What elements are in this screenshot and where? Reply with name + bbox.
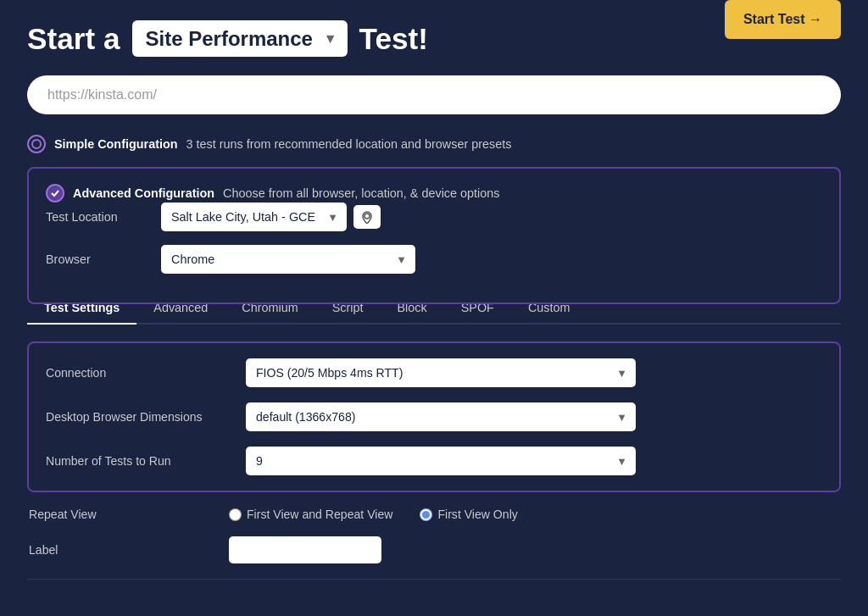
test-location-label: Test Location xyxy=(46,210,147,224)
location-pin-button[interactable] xyxy=(353,205,381,229)
location-controls: Salt Lake City, Utah - GCE New York, USA… xyxy=(161,203,381,231)
repeat-view-radio-2[interactable] xyxy=(420,508,432,521)
test-type-select[interactable]: Site Performance xyxy=(132,20,348,57)
bottom-divider xyxy=(27,579,841,580)
label-input[interactable] xyxy=(229,536,381,563)
test-location-row: Test Location Salt Lake City, Utah - GCE… xyxy=(46,203,822,231)
settings-box: Connection FIOS (20/5 Mbps 4ms RTT) Cabl… xyxy=(27,341,841,492)
connection-select-wrapper: FIOS (20/5 Mbps 4ms RTT) Cable (5/1 Mbps… xyxy=(246,358,636,387)
test-location-wrapper: Salt Lake City, Utah - GCE New York, USA… xyxy=(161,203,347,231)
label-row: Label xyxy=(27,536,841,563)
connection-row: Connection FIOS (20/5 Mbps 4ms RTT) Cabl… xyxy=(46,358,822,387)
advanced-config-desc: Choose from all browser, location, & dev… xyxy=(223,186,499,200)
advanced-config-box: Advanced Configuration Choose from all b… xyxy=(27,167,841,304)
browser-select-wrapper: Chrome Firefox Safari Edge ▼ xyxy=(161,245,415,274)
num-tests-select[interactable]: 123 456 78 910 xyxy=(246,447,636,475)
advanced-config-header: Advanced Configuration Choose from all b… xyxy=(46,184,822,203)
repeat-view-option1-label: First View and Repeat View xyxy=(247,508,392,521)
repeat-view-row: Repeat View First View and Repeat View F… xyxy=(27,508,841,521)
url-input-wrapper xyxy=(27,75,841,114)
browser-label: Browser xyxy=(46,253,147,266)
desktop-dimensions-select[interactable]: default (1366x768) 1920x1080 1280x800 14… xyxy=(246,402,636,431)
test-location-select[interactable]: Salt Lake City, Utah - GCE New York, USA… xyxy=(161,203,347,231)
repeat-view-label: Repeat View xyxy=(29,508,215,521)
desktop-dimensions-row: Desktop Browser Dimensions default (1366… xyxy=(46,402,822,431)
repeat-view-radio-1[interactable] xyxy=(229,508,242,521)
test-text: Test! xyxy=(359,22,428,56)
tab-content-test-settings: Connection FIOS (20/5 Mbps 4ms RTT) Cabl… xyxy=(27,325,841,597)
simple-config-row: Simple Configuration 3 test runs from re… xyxy=(27,130,841,158)
label-field-label: Label xyxy=(29,543,215,557)
advanced-config-label: Advanced Configuration xyxy=(73,186,214,200)
repeat-view-radio-group: First View and Repeat View First View On… xyxy=(229,508,518,521)
num-tests-label: Number of Tests to Run xyxy=(46,454,232,468)
svg-point-0 xyxy=(32,140,41,148)
browser-row: Browser Chrome Firefox Safari Edge ▼ xyxy=(46,245,822,274)
simple-config-label: Simple Configuration xyxy=(54,137,178,151)
simple-config-radio-icon xyxy=(31,139,42,149)
advanced-config-icon[interactable] xyxy=(46,184,64,203)
pin-icon xyxy=(360,210,374,224)
repeat-view-option2-label: First View Only xyxy=(437,508,517,521)
desktop-dimensions-label: Desktop Browser Dimensions xyxy=(46,410,232,424)
num-tests-select-wrapper: 123 456 78 910 ▼ xyxy=(246,447,636,475)
repeat-view-option1[interactable]: First View and Repeat View xyxy=(229,508,392,521)
simple-config-desc: 3 test runs from recommended location an… xyxy=(186,137,512,151)
url-input[interactable] xyxy=(27,75,841,114)
desktop-dimensions-select-wrapper: default (1366x768) 1920x1080 1280x800 14… xyxy=(246,402,636,431)
svg-point-1 xyxy=(364,214,370,219)
test-type-wrapper[interactable]: Site Performance ▼ xyxy=(132,20,348,57)
browser-select[interactable]: Chrome Firefox Safari Edge xyxy=(161,245,415,274)
start-test-button[interactable]: Start Test → xyxy=(725,0,841,39)
repeat-view-option2[interactable]: First View Only xyxy=(420,508,517,521)
advanced-config-check-icon xyxy=(50,188,60,198)
start-text: Start a xyxy=(27,22,120,56)
num-tests-row: Number of Tests to Run 123 456 78 910 ▼ xyxy=(46,447,822,475)
tabs-section: Test Settings Advanced Chromium Script B… xyxy=(27,292,841,597)
connection-select[interactable]: FIOS (20/5 Mbps 4ms RTT) Cable (5/1 Mbps… xyxy=(246,358,636,387)
simple-config-icon[interactable] xyxy=(27,135,46,153)
page-header: Start a Site Performance ▼ Test! xyxy=(27,20,841,57)
connection-label: Connection xyxy=(46,366,232,380)
